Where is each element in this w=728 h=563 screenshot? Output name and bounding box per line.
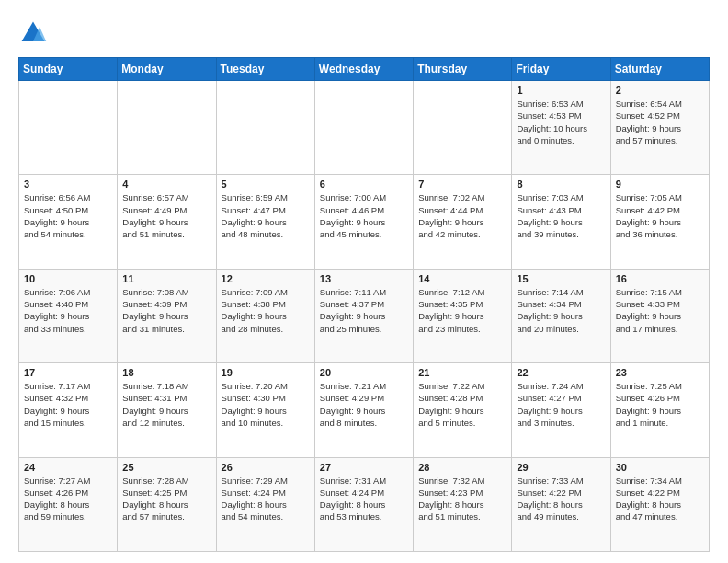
day-number: 2	[616, 85, 704, 96]
calendar-cell: 17Sunrise: 7:17 AMSunset: 4:32 PMDayligh…	[19, 363, 118, 457]
calendar-cell	[19, 81, 118, 175]
day-info: Sunrise: 7:00 AMSunset: 4:46 PMDaylight:…	[320, 191, 408, 240]
day-info: Sunrise: 7:34 AMSunset: 4:22 PMDaylight:…	[616, 475, 704, 523]
day-info: Sunrise: 7:08 AMSunset: 4:39 PMDaylight:…	[122, 286, 210, 335]
calendar-day-header: Friday	[512, 58, 610, 81]
day-number: 17	[24, 367, 112, 378]
calendar-cell: 5Sunrise: 6:59 AMSunset: 4:47 PMDaylight…	[216, 175, 314, 269]
day-number: 21	[418, 367, 506, 378]
day-info: Sunrise: 7:27 AMSunset: 4:26 PMDaylight:…	[24, 475, 112, 523]
calendar-day-header: Monday	[118, 58, 216, 81]
day-number: 23	[616, 367, 704, 378]
calendar-cell: 13Sunrise: 7:11 AMSunset: 4:37 PMDayligh…	[314, 269, 413, 362]
day-info: Sunrise: 7:14 AMSunset: 4:34 PMDaylight:…	[517, 286, 605, 335]
day-info: Sunrise: 7:20 AMSunset: 4:30 PMDaylight:…	[222, 380, 310, 429]
calendar-cell	[216, 81, 314, 175]
day-info: Sunrise: 7:31 AMSunset: 4:24 PMDaylight:…	[320, 475, 408, 523]
day-number: 7	[418, 178, 506, 190]
logo-icon	[18, 18, 48, 48]
calendar-cell: 1Sunrise: 6:53 AMSunset: 4:53 PMDaylight…	[512, 81, 610, 175]
calendar-header-row: SundayMondayTuesdayWednesdayThursdayFrid…	[19, 58, 710, 81]
calendar-day-header: Thursday	[414, 58, 512, 81]
day-info: Sunrise: 7:22 AMSunset: 4:28 PMDaylight:…	[418, 380, 506, 429]
day-number: 6	[320, 178, 408, 190]
day-info: Sunrise: 7:28 AMSunset: 4:25 PMDaylight:…	[122, 475, 210, 523]
calendar-cell: 20Sunrise: 7:21 AMSunset: 4:29 PMDayligh…	[314, 363, 413, 457]
day-info: Sunrise: 7:05 AMSunset: 4:42 PMDaylight:…	[616, 191, 704, 240]
day-number: 27	[320, 462, 408, 473]
calendar-cell: 26Sunrise: 7:29 AMSunset: 4:24 PMDayligh…	[216, 457, 314, 551]
day-number: 8	[517, 178, 605, 190]
calendar-cell: 6Sunrise: 7:00 AMSunset: 4:46 PMDaylight…	[314, 175, 413, 269]
calendar-cell: 12Sunrise: 7:09 AMSunset: 4:38 PMDayligh…	[216, 269, 314, 362]
day-info: Sunrise: 7:17 AMSunset: 4:32 PMDaylight:…	[24, 380, 112, 429]
calendar-cell: 4Sunrise: 6:57 AMSunset: 4:49 PMDaylight…	[118, 175, 216, 269]
calendar-cell: 10Sunrise: 7:06 AMSunset: 4:40 PMDayligh…	[19, 269, 118, 362]
calendar-cell	[414, 81, 512, 175]
day-number: 26	[222, 462, 310, 473]
calendar-cell	[314, 81, 413, 175]
day-number: 16	[616, 273, 704, 284]
day-number: 22	[517, 367, 605, 378]
day-info: Sunrise: 7:21 AMSunset: 4:29 PMDaylight:…	[320, 380, 408, 429]
day-number: 29	[517, 462, 605, 473]
calendar-cell: 28Sunrise: 7:32 AMSunset: 4:23 PMDayligh…	[414, 457, 512, 551]
day-info: Sunrise: 7:29 AMSunset: 4:24 PMDaylight:…	[222, 475, 310, 523]
day-info: Sunrise: 7:03 AMSunset: 4:43 PMDaylight:…	[517, 191, 605, 240]
day-info: Sunrise: 7:32 AMSunset: 4:23 PMDaylight:…	[418, 475, 506, 523]
logo	[18, 18, 51, 48]
calendar-cell: 22Sunrise: 7:24 AMSunset: 4:27 PMDayligh…	[512, 363, 610, 457]
calendar-week-row: 24Sunrise: 7:27 AMSunset: 4:26 PMDayligh…	[19, 457, 710, 551]
calendar-cell: 3Sunrise: 6:56 AMSunset: 4:50 PMDaylight…	[19, 175, 118, 269]
day-info: Sunrise: 7:06 AMSunset: 4:40 PMDaylight:…	[24, 286, 112, 335]
day-number: 5	[222, 178, 310, 190]
calendar-cell: 23Sunrise: 7:25 AMSunset: 4:26 PMDayligh…	[610, 363, 709, 457]
calendar-cell: 15Sunrise: 7:14 AMSunset: 4:34 PMDayligh…	[512, 269, 610, 362]
day-number: 30	[616, 462, 704, 473]
calendar-cell: 29Sunrise: 7:33 AMSunset: 4:22 PMDayligh…	[512, 457, 610, 551]
day-info: Sunrise: 7:09 AMSunset: 4:38 PMDaylight:…	[222, 286, 310, 335]
calendar-cell: 8Sunrise: 7:03 AMSunset: 4:43 PMDaylight…	[512, 175, 610, 269]
day-info: Sunrise: 6:53 AMSunset: 4:53 PMDaylight:…	[517, 98, 605, 146]
calendar-week-row: 10Sunrise: 7:06 AMSunset: 4:40 PMDayligh…	[19, 269, 710, 362]
day-number: 14	[418, 273, 506, 284]
calendar-cell: 19Sunrise: 7:20 AMSunset: 4:30 PMDayligh…	[216, 363, 314, 457]
calendar-table: SundayMondayTuesdayWednesdayThursdayFrid…	[18, 57, 710, 552]
day-number: 24	[24, 462, 112, 473]
calendar-cell: 2Sunrise: 6:54 AMSunset: 4:52 PMDaylight…	[610, 81, 709, 175]
day-number: 13	[320, 273, 408, 284]
day-info: Sunrise: 6:59 AMSunset: 4:47 PMDaylight:…	[222, 191, 310, 240]
day-number: 11	[122, 273, 210, 284]
day-number: 1	[517, 85, 605, 96]
day-info: Sunrise: 6:57 AMSunset: 4:49 PMDaylight:…	[122, 191, 210, 240]
calendar-cell: 14Sunrise: 7:12 AMSunset: 4:35 PMDayligh…	[414, 269, 512, 362]
calendar-week-row: 17Sunrise: 7:17 AMSunset: 4:32 PMDayligh…	[19, 363, 710, 457]
calendar-cell: 11Sunrise: 7:08 AMSunset: 4:39 PMDayligh…	[118, 269, 216, 362]
day-number: 9	[616, 178, 704, 190]
day-number: 12	[222, 273, 310, 284]
day-info: Sunrise: 7:12 AMSunset: 4:35 PMDaylight:…	[418, 286, 506, 335]
calendar-day-header: Sunday	[19, 58, 118, 81]
day-info: Sunrise: 7:11 AMSunset: 4:37 PMDaylight:…	[320, 286, 408, 335]
calendar-cell: 24Sunrise: 7:27 AMSunset: 4:26 PMDayligh…	[19, 457, 118, 551]
calendar-cell: 25Sunrise: 7:28 AMSunset: 4:25 PMDayligh…	[118, 457, 216, 551]
day-info: Sunrise: 7:24 AMSunset: 4:27 PMDaylight:…	[517, 380, 605, 429]
day-number: 28	[418, 462, 506, 473]
day-number: 19	[222, 367, 310, 378]
header	[18, 15, 710, 48]
day-info: Sunrise: 7:02 AMSunset: 4:44 PMDaylight:…	[418, 191, 506, 240]
calendar-cell: 18Sunrise: 7:18 AMSunset: 4:31 PMDayligh…	[118, 363, 216, 457]
calendar-cell: 7Sunrise: 7:02 AMSunset: 4:44 PMDaylight…	[414, 175, 512, 269]
calendar-cell: 27Sunrise: 7:31 AMSunset: 4:24 PMDayligh…	[314, 457, 413, 551]
day-number: 15	[517, 273, 605, 284]
calendar-week-row: 1Sunrise: 6:53 AMSunset: 4:53 PMDaylight…	[19, 81, 710, 175]
calendar-cell: 21Sunrise: 7:22 AMSunset: 4:28 PMDayligh…	[414, 363, 512, 457]
day-number: 18	[122, 367, 210, 378]
day-info: Sunrise: 7:15 AMSunset: 4:33 PMDaylight:…	[616, 286, 704, 335]
day-number: 4	[122, 178, 210, 190]
page: SundayMondayTuesdayWednesdayThursdayFrid…	[0, 0, 728, 563]
calendar-cell: 9Sunrise: 7:05 AMSunset: 4:42 PMDaylight…	[610, 175, 709, 269]
calendar-day-header: Saturday	[610, 58, 709, 81]
calendar-day-header: Tuesday	[216, 58, 314, 81]
calendar-day-header: Wednesday	[314, 58, 413, 81]
